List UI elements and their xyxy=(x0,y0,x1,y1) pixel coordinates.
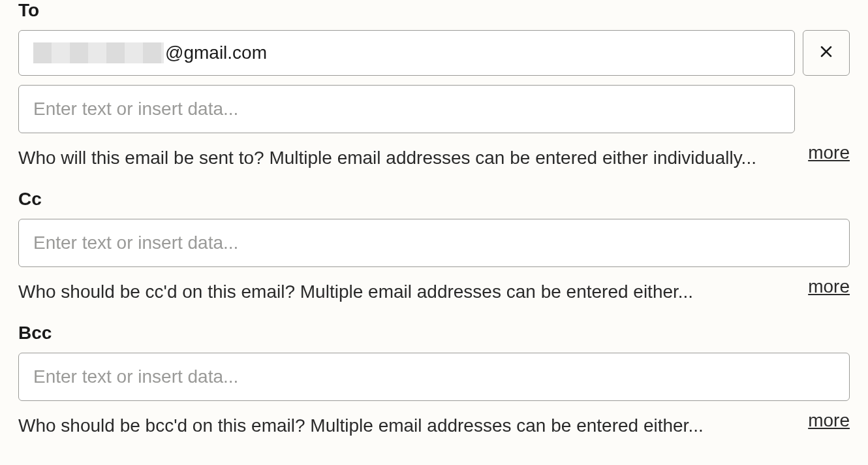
bcc-label: Bcc xyxy=(18,323,850,344)
to-helper-row: Who will this email be sent to? Multiple… xyxy=(18,145,850,170)
cc-input[interactable] xyxy=(18,219,850,267)
bcc-helper-text: Who should be bcc'd on this email? Multi… xyxy=(18,413,792,438)
to-input[interactable] xyxy=(18,85,795,133)
cc-label: Cc xyxy=(18,189,850,210)
to-field-group: To @gmail.com Who will this email be sen… xyxy=(18,0,850,170)
close-icon xyxy=(818,42,834,64)
to-helper-text: Who will this email be sent to? Multiple… xyxy=(18,145,792,170)
cc-helper-text: Who should be cc'd on this email? Multip… xyxy=(18,279,792,304)
bcc-helper-row: Who should be bcc'd on this email? Multi… xyxy=(18,413,850,438)
to-label: To xyxy=(18,0,850,21)
cc-more-link[interactable]: more xyxy=(808,276,850,297)
cc-field-group: Cc Who should be cc'd on this email? Mul… xyxy=(18,189,850,304)
bcc-field-group: Bcc Who should be bcc'd on this email? M… xyxy=(18,323,850,438)
to-chip-row: @gmail.com xyxy=(18,30,850,76)
remove-chip-button[interactable] xyxy=(803,30,850,76)
cc-helper-row: Who should be cc'd on this email? Multip… xyxy=(18,279,850,304)
redacted-email-prefix xyxy=(33,42,164,63)
bcc-more-link[interactable]: more xyxy=(808,410,850,431)
bcc-input[interactable] xyxy=(18,353,850,401)
to-chip-value: @gmail.com xyxy=(165,42,267,63)
to-more-link[interactable]: more xyxy=(808,142,850,163)
to-chip[interactable]: @gmail.com xyxy=(18,30,795,76)
